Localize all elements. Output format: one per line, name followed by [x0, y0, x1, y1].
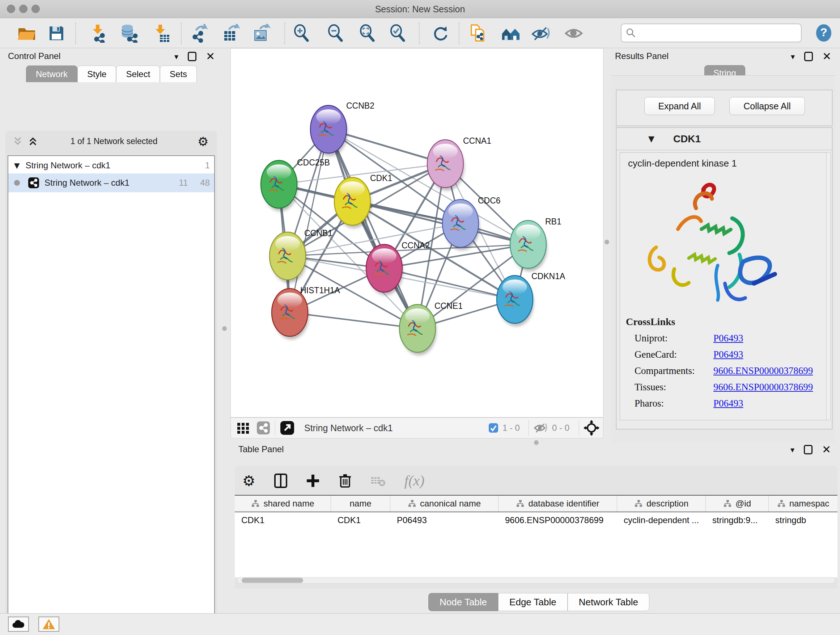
- tab-node-table[interactable]: Node Table: [428, 593, 498, 611]
- open-session-button[interactable]: [17, 23, 37, 43]
- cell-name[interactable]: CDK1: [331, 512, 390, 528]
- crosslink-compartments[interactable]: 9606.ENSP00000378699: [714, 365, 829, 377]
- results-scrollbar[interactable]: [826, 152, 831, 420]
- collapse-all-tree-button[interactable]: [12, 136, 23, 147]
- panel-menu-icon[interactable]: ▾: [791, 52, 795, 61]
- tab-network[interactable]: Network: [26, 65, 77, 82]
- collapse-all-button[interactable]: Collapse All: [729, 97, 805, 115]
- tab-style[interactable]: Style: [77, 65, 116, 82]
- section-collapse-icon[interactable]: ▼: [648, 134, 654, 143]
- cell-description[interactable]: cyclin-dependent ...: [617, 512, 706, 528]
- crosslink-uniprot[interactable]: P06493: [714, 333, 829, 344]
- hidden-eye-icon[interactable]: [533, 422, 548, 434]
- add-column-button plus-icon[interactable]: [306, 474, 320, 488]
- export-network-button[interactable]: [189, 23, 210, 43]
- panel-float-icon[interactable]: [188, 52, 196, 61]
- network-row[interactable]: String Network – cdk1 11 48: [8, 173, 214, 192]
- network-collection-row[interactable]: ▼ String Network – cdk1 1: [8, 156, 214, 173]
- table-hscrollbar-thumb[interactable]: [242, 578, 303, 583]
- network-edge[interactable]: [352, 201, 528, 244]
- export-table-button[interactable]: [221, 23, 241, 43]
- column-header-name[interactable]: name: [331, 496, 390, 511]
- network-node[interactable]: CCNA1: [427, 136, 491, 190]
- table-row[interactable]: CDK1 CDK1 P06493 9606.ENSP00000378699 cy…: [235, 512, 837, 528]
- panel-close-icon[interactable]: ✕: [206, 51, 215, 62]
- birdseye-crosshair-icon[interactable]: [584, 420, 600, 436]
- table-settings-button gear-icon[interactable]: ⚙: [242, 472, 256, 489]
- export-image-button[interactable]: [251, 23, 271, 43]
- network-node[interactable]: CDKN1A: [497, 272, 565, 326]
- apply-layout-button[interactable]: [431, 23, 451, 43]
- shared-column-icon: [634, 500, 643, 508]
- network-node[interactable]: CCNA2: [366, 241, 430, 295]
- show-panels-button[interactable]: [564, 23, 584, 43]
- column-header-shared-name[interactable]: shared name: [235, 496, 331, 511]
- network-canvas[interactable]: CCNB2CCNA1CDC25BCDK1CDC6RB1CCNB1CCNA2CDK…: [231, 48, 603, 417]
- network-node[interactable]: CCNE1: [399, 301, 463, 355]
- tab-select[interactable]: Select: [116, 65, 160, 82]
- node-section-header[interactable]: ▼ CDK1: [616, 128, 832, 150]
- panel-float-icon[interactable]: [804, 52, 813, 61]
- clone-network-button[interactable]: [468, 23, 488, 43]
- network-edge[interactable]: [290, 129, 328, 312]
- cell-shared-name[interactable]: CDK1: [235, 512, 331, 528]
- tab-sets[interactable]: Sets: [160, 65, 197, 82]
- zoom-selected-button[interactable]: [388, 23, 408, 43]
- save-session-button[interactable]: [46, 23, 66, 43]
- panel-close-icon[interactable]: ✕: [822, 51, 831, 62]
- crosslink-label: Pharos:: [635, 398, 714, 409]
- network-node[interactable]: CCNB2: [310, 101, 374, 156]
- svg-text:?: ?: [820, 26, 827, 39]
- crosslink-tissues[interactable]: 9606.ENSP00000378699: [714, 382, 829, 393]
- tab-network-table[interactable]: Network Table: [568, 593, 649, 611]
- column-header-canonical-name[interactable]: canonical name: [390, 496, 499, 511]
- help-button[interactable]: ?: [815, 24, 833, 42]
- panel-close-icon[interactable]: ✕: [822, 444, 831, 455]
- expand-all-button[interactable]: Expand All: [644, 97, 715, 115]
- zoom-fit-button[interactable]: [357, 23, 378, 43]
- panel-menu-icon[interactable]: ▾: [790, 445, 794, 454]
- hide-panels-button[interactable]: [531, 23, 551, 43]
- network-node[interactable]: CCNB1: [270, 228, 332, 283]
- import-table-button[interactable]: [152, 23, 172, 43]
- network-node[interactable]: HIST1H1A: [272, 286, 340, 339]
- zoom-out-button[interactable]: [325, 23, 346, 43]
- import-network-button[interactable]: [89, 23, 109, 43]
- panel-menu-icon[interactable]: ▾: [174, 52, 178, 61]
- shared-column-icon: [723, 500, 732, 508]
- cell-id[interactable]: stringdb:9...: [706, 512, 769, 528]
- warnings-button[interactable]: [38, 616, 59, 632]
- tab-edge-table[interactable]: Edge Table: [498, 593, 568, 611]
- column-header-description[interactable]: description: [617, 496, 706, 511]
- tree-expander-icon[interactable]: ▼: [14, 161, 19, 170]
- network-options-button[interactable]: ⚙: [197, 134, 208, 149]
- zoom-in-button[interactable]: [292, 23, 312, 43]
- network-icon-button[interactable]: [256, 421, 271, 435]
- network-edge[interactable]: [328, 129, 417, 328]
- home-button[interactable]: [501, 23, 521, 43]
- cell-namespace[interactable]: stringdb: [769, 512, 837, 528]
- show-columns-button columns-icon[interactable]: [274, 473, 287, 488]
- column-header-namespace[interactable]: namespac: [769, 496, 837, 511]
- detach-view-button[interactable]: [279, 420, 295, 435]
- search-field[interactable]: [621, 24, 802, 42]
- column-header-id[interactable]: @id: [706, 496, 769, 511]
- panel-float-icon[interactable]: [804, 445, 813, 454]
- table-hscrollbar[interactable]: [237, 577, 835, 584]
- expand-all-tree-button[interactable]: [27, 136, 38, 147]
- column-header-database-identifier[interactable]: database identifier: [499, 496, 617, 511]
- search-input[interactable]: [636, 27, 801, 38]
- left-splitter-handle[interactable]: [222, 326, 227, 331]
- cell-canonical-name[interactable]: P06493: [390, 512, 499, 528]
- grid-view-button[interactable]: [236, 421, 250, 435]
- cell-database-identifier[interactable]: 9606.ENSP00000378699: [499, 512, 617, 528]
- delete-column-button trash-icon[interactable]: [339, 473, 352, 488]
- selected-checkbox-icon[interactable]: [488, 423, 499, 433]
- cloud-status-button[interactable]: [8, 616, 29, 632]
- crosslink-pharos[interactable]: P06493: [714, 398, 829, 409]
- crosslink-genecard[interactable]: P06493: [714, 349, 829, 360]
- network-edge[interactable]: [290, 312, 417, 328]
- import-network-from-database-button[interactable]: [119, 23, 140, 43]
- eye-slash-icon: [531, 25, 551, 41]
- network-node[interactable]: RB1: [510, 217, 561, 271]
